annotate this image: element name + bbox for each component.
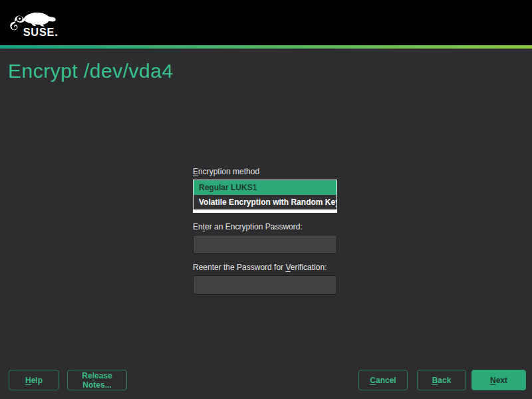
label-post: elp (31, 376, 43, 385)
page-title: Encrypt /dev/vda4 (8, 60, 174, 82)
label-post: ack (438, 376, 451, 385)
suse-gecko-icon: SUSE. (8, 5, 68, 40)
label-pre: Re (82, 371, 92, 380)
label-post: ancel (376, 376, 396, 385)
password-label: Enter an Encryption Password: (193, 222, 337, 231)
mnemonic-underline: E (193, 167, 198, 176)
suse-logo-text: SUSE. (23, 26, 59, 38)
mnemonic-underline: H (25, 376, 31, 385)
release-notes-button[interactable]: Release Notes... (67, 370, 127, 390)
back-button[interactable]: Back (417, 370, 466, 390)
encryption-method-label: Encryption method (193, 167, 337, 176)
suse-logo: SUSE. (8, 5, 68, 40)
encryption-form: Encryption method Regular LUKS1 Volatile… (193, 167, 337, 303)
brand-gradient-divider (0, 45, 532, 49)
mnemonic-underline: C (370, 376, 376, 385)
cancel-button[interactable]: Cancel (358, 370, 408, 390)
top-bar: SUSE. (0, 0, 532, 45)
method-option-volatile-random-key[interactable]: Volatile Encryption with Random Key (194, 195, 336, 209)
next-button[interactable]: Next (471, 370, 526, 390)
label-pre: En (193, 222, 203, 231)
label-post: ext (496, 376, 507, 385)
encryption-method-list[interactable]: Regular LUKS1 Volatile Encryption with R… (193, 180, 337, 213)
label-post: erification: (291, 263, 327, 272)
label-post: ncryption method (198, 167, 259, 176)
label-pre: Reenter the Password for (193, 263, 285, 272)
password-input[interactable] (193, 235, 337, 254)
verify-password-label: Reenter the Password for Verification: (193, 263, 337, 272)
verify-password-input[interactable] (193, 275, 337, 295)
mnemonic-underline: N (490, 376, 496, 385)
help-button[interactable]: Help (9, 370, 59, 390)
label-post: er an Encryption Password: (205, 222, 303, 231)
mnemonic-underline: V (285, 263, 290, 272)
installer-window: SUSE. Encrypt /dev/vda4 Encryption metho… (0, 0, 532, 399)
method-option-regular-luks1[interactable]: Regular LUKS1 (194, 180, 336, 195)
mnemonic-underline: B (432, 376, 438, 385)
